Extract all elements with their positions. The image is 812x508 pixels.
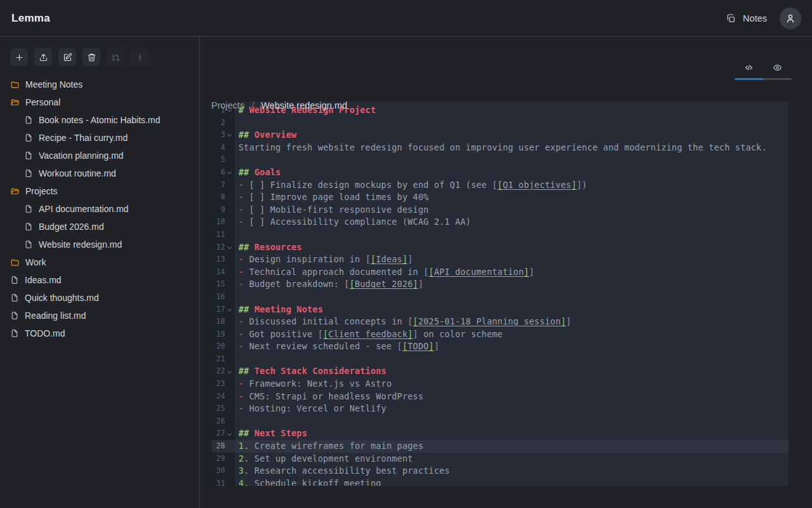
tree-item-reading-list-md[interactable]: Reading list.md <box>0 307 199 324</box>
tree-item-workout-routine-md[interactable]: Workout routine.md <box>0 164 199 182</box>
line-gutter: 9 <box>212 204 235 217</box>
tree-item-label: Personal <box>25 97 60 107</box>
line-number: 4 <box>221 142 225 154</box>
line-code[interactable] <box>235 229 789 241</box>
line-code[interactable]: 3. Research accessibility best practices <box>235 465 789 478</box>
fold-chevron-icon[interactable] <box>225 370 235 373</box>
markdown-editor[interactable]: 1# Website Redesign Project23## Overview… <box>212 102 789 486</box>
line-code[interactable]: - Got positive [[Client feedback]] on co… <box>235 328 789 341</box>
fold-chevron-icon[interactable] <box>225 246 235 249</box>
editor-line: 20- Next review scheduled - see [[TODO]] <box>212 340 789 353</box>
md-wikilink-bracket: [ <box>323 329 328 339</box>
md-text: Starting fresh website redesign focused … <box>239 142 767 152</box>
tree-item-budget-2026-md[interactable]: Budget 2026.md <box>0 218 199 236</box>
line-code[interactable]: ## Next Steps <box>235 427 789 440</box>
tree-item-ideas-md[interactable]: Ideas.md <box>0 271 199 289</box>
tree-item-label: Quick thoughts.md <box>25 293 99 303</box>
line-number: 31 <box>216 478 225 486</box>
line-gutter: 7 <box>212 179 235 192</box>
editor-line: 14- Technical approach documented in [[A… <box>212 266 789 279</box>
line-code[interactable]: - Framework: Next.js vs Astro <box>235 378 789 391</box>
line-code[interactable]: ## Tech Stack Considerations <box>235 365 789 378</box>
line-code[interactable]: 4. Schedule kickoff meeting <box>235 478 789 486</box>
main-panel: Projects / Website redesign.md 1# Websit… <box>200 37 812 508</box>
line-gutter: 20 <box>212 340 235 353</box>
tree-item-meeting-notes[interactable]: Meeting Notes <box>0 76 199 93</box>
tree-item-quick-thoughts-md[interactable]: Quick thoughts.md <box>0 289 199 307</box>
tree-item-label: Ideas.md <box>25 275 62 285</box>
editor-line: 3## Overview <box>212 129 789 142</box>
line-number: 24 <box>216 391 225 403</box>
line-code[interactable]: - Technical approach documented in [[API… <box>235 266 789 279</box>
tree-item-api-documentation-md[interactable]: API documentation.md <box>0 200 199 218</box>
line-number: 7 <box>221 179 225 192</box>
md-wikilink-bracket: [ <box>370 254 376 264</box>
fold-chevron-icon[interactable] <box>225 133 235 137</box>
folder-closed-icon <box>10 80 20 90</box>
fold-chevron-icon[interactable] <box>225 308 235 311</box>
upload-button[interactable] <box>34 48 52 66</box>
line-code[interactable]: - Budget breakdown: [[Budget 2026]] <box>235 278 789 291</box>
line-gutter: 11 <box>212 229 235 241</box>
md-wikilink-text: Q1 objectives <box>502 180 571 190</box>
line-code[interactable]: 1. Create wireframes for main pages <box>235 440 789 453</box>
line-code[interactable]: - Hosting: Vercel or Netlify <box>235 403 789 415</box>
tree-item-label: Meeting Notes <box>25 79 82 90</box>
editor-line: 25- Hosting: Vercel or Netlify <box>212 403 789 415</box>
edit-button[interactable] <box>58 48 76 66</box>
line-code[interactable]: Starting fresh website redesign focused … <box>235 142 789 154</box>
md-wikilink-text: TODO <box>408 341 429 351</box>
line-number: 21 <box>216 353 225 366</box>
fold-chevron-icon[interactable] <box>225 171 235 174</box>
line-code[interactable]: - [ ] Improve page load times by 40% <box>235 191 789 204</box>
tree-item-work[interactable]: Work <box>0 253 199 271</box>
tree-item-todo-md[interactable]: TODO.md <box>0 324 199 342</box>
line-code[interactable]: - [ ] Mobile-first responsive design <box>235 204 789 217</box>
line-code[interactable]: ## Resources <box>235 241 789 254</box>
line-code[interactable] <box>235 415 789 428</box>
line-number: 6 <box>221 166 225 179</box>
tree-item-vacation-planning-md[interactable]: Vacation planning.md <box>0 147 199 164</box>
md-list-dash: - <box>239 378 249 389</box>
notes-button[interactable]: Notes <box>726 13 767 23</box>
tab-code[interactable] <box>735 58 763 76</box>
md-bracket-outer: ] <box>413 329 418 339</box>
line-code[interactable]: - Discussed initial concepts in [[2025-0… <box>235 316 789 328</box>
delete-button[interactable] <box>82 48 100 66</box>
tab-preview[interactable] <box>763 58 792 76</box>
line-code[interactable] <box>235 291 789 304</box>
git-commit-button <box>131 48 148 66</box>
md-wikilink-bracket: [ <box>429 267 434 277</box>
line-code[interactable] <box>235 154 789 166</box>
line-code[interactable]: ## Meeting Notes <box>235 304 789 316</box>
tree-item-recipe-thai-curry-md[interactable]: Recipe - Thai curry.md <box>0 129 199 147</box>
md-ordered-number: 4. <box>239 478 249 486</box>
line-code[interactable]: - [ ] Finalize design mockups by end of … <box>235 179 789 192</box>
md-list-dash: - <box>239 403 249 413</box>
file-icon <box>10 293 19 302</box>
line-code[interactable]: ## Goals <box>235 166 789 179</box>
folder-closed-icon <box>10 258 20 267</box>
md-ordered-number: 2. <box>239 453 249 464</box>
md-hash: ## <box>239 428 254 438</box>
md-bracket-outer: [ <box>397 341 402 351</box>
new-note-button[interactable] <box>10 48 28 66</box>
line-code[interactable]: - Next review scheduled - see [[TODO]] <box>235 340 789 353</box>
tree-item-projects[interactable]: Projects <box>0 182 199 200</box>
file-icon <box>10 276 19 284</box>
folder-open-icon <box>10 98 20 107</box>
line-code[interactable] <box>235 117 789 130</box>
avatar-button[interactable] <box>780 8 801 29</box>
line-code[interactable]: 2. Set up development environment <box>235 453 789 465</box>
line-code[interactable]: ## Overview <box>235 129 789 142</box>
line-code[interactable]: - CMS: Strapi or headless WordPress <box>235 391 789 403</box>
fold-chevron-icon[interactable] <box>225 432 235 436</box>
line-code[interactable] <box>235 353 789 366</box>
line-code[interactable]: - Design inspiration in [[Ideas]] <box>235 253 789 266</box>
md-bracket-outer: [ <box>492 180 497 190</box>
tree-item-book-notes-atomic-habits-md[interactable]: Book notes - Atomic Habits.md <box>0 111 199 129</box>
tree-item-website-redesign-md[interactable]: Website redesign.md <box>0 236 199 253</box>
md-text: Create wireframes for main pages <box>249 441 424 451</box>
tree-item-personal[interactable]: Personal <box>0 93 199 111</box>
line-code[interactable]: - [ ] Accessibility compliance (WCAG 2.1… <box>235 216 789 229</box>
